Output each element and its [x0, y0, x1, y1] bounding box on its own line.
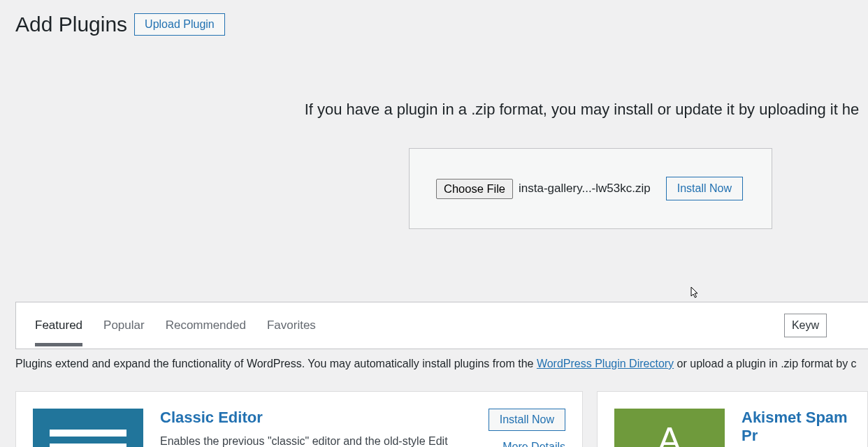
selected-file-name: insta-gallery...-lw53kc.zip	[519, 182, 651, 196]
choose-file-button[interactable]: Choose File	[436, 179, 513, 199]
tab-featured[interactable]: Featured	[35, 305, 82, 346]
upload-form: Choose File insta-gallery...-lw53kc.zip …	[409, 148, 772, 229]
intro-prefix: Plugins extend and expand the functional…	[15, 358, 537, 369]
plugin-description: Enables the previous "classic" editor an…	[160, 435, 475, 447]
upload-description: If you have a plugin in a .zip format, y…	[0, 101, 868, 119]
plugins-intro-text: Plugins extend and expand the functional…	[0, 349, 868, 370]
intro-suffix: or upload a plugin in .zip format by c	[674, 358, 856, 369]
upload-plugin-button[interactable]: Upload Plugin	[134, 13, 225, 36]
plugin-title[interactable]: Classic Editor	[160, 409, 475, 427]
install-now-button[interactable]: Install Now	[666, 177, 743, 200]
more-details-link[interactable]: More Details	[502, 441, 565, 447]
mouse-cursor-icon	[690, 286, 700, 299]
plugin-card-classic-editor: Classic Editor Enables the previous "cla…	[15, 391, 583, 447]
tabs-panel: Featured Popular Recommended Favorites K…	[15, 302, 868, 349]
tab-popular[interactable]: Popular	[103, 305, 145, 346]
plugin-card-akismet: A Akismet Spam Pr The best anti-spam pro…	[597, 391, 868, 447]
tab-recommended[interactable]: Recommended	[166, 305, 246, 346]
classic-editor-icon	[33, 409, 143, 447]
install-now-button[interactable]: Install Now	[489, 409, 565, 431]
tab-favorites[interactable]: Favorites	[267, 305, 316, 346]
plugin-directory-link[interactable]: WordPress Plugin Directory	[537, 358, 674, 369]
plugin-title[interactable]: Akismet Spam Pr	[742, 409, 851, 445]
page-title: Add Plugins	[15, 13, 127, 36]
akismet-icon: A	[614, 409, 725, 447]
search-type-select[interactable]: Keyw	[784, 314, 827, 337]
